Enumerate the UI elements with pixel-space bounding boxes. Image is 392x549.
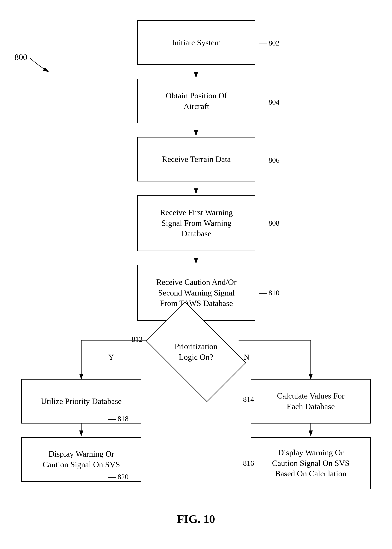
ref-814: 814— — [243, 395, 261, 404]
box-receive-first-warning: Receive First WarningSignal From Warning… — [137, 195, 255, 251]
box-receive-caution: Receive Caution And/OrSecond Warning Sig… — [137, 265, 255, 321]
box-receive-terrain: Receive Terrain Data — [137, 137, 255, 181]
figure-caption: FIG. 10 — [0, 512, 392, 526]
ref-812: 812— — [132, 335, 150, 343]
diagram-container: Initiate System — 802 Obtain Position Of… — [0, 0, 392, 549]
ref-800-label: 800 — [14, 52, 27, 62]
ref-810: — 810 — [259, 289, 280, 297]
ref-802: — 802 — [259, 39, 280, 47]
ref-820: — 820 — [108, 472, 129, 481]
box-calculate-values: Calculate Values ForEach Database — [251, 379, 371, 423]
ref-806: — 806 — [259, 156, 280, 164]
ref-818: — 818 — [108, 414, 129, 423]
diamond-prioritization: PrioritizationLogic On? — [154, 325, 238, 379]
box-initiate-system: Initiate System — [137, 20, 255, 65]
branch-yes-label: Y — [108, 352, 114, 362]
ref-816: 816— — [243, 459, 261, 467]
branch-no-label: N — [244, 352, 249, 362]
ref-804: — 804 — [259, 98, 280, 106]
box-obtain-position: Obtain Position OfAircraft — [137, 79, 255, 123]
ref-808: — 808 — [259, 219, 280, 227]
box-display-warning-right: Display Warning OrCaution Signal On SVSB… — [251, 437, 371, 489]
